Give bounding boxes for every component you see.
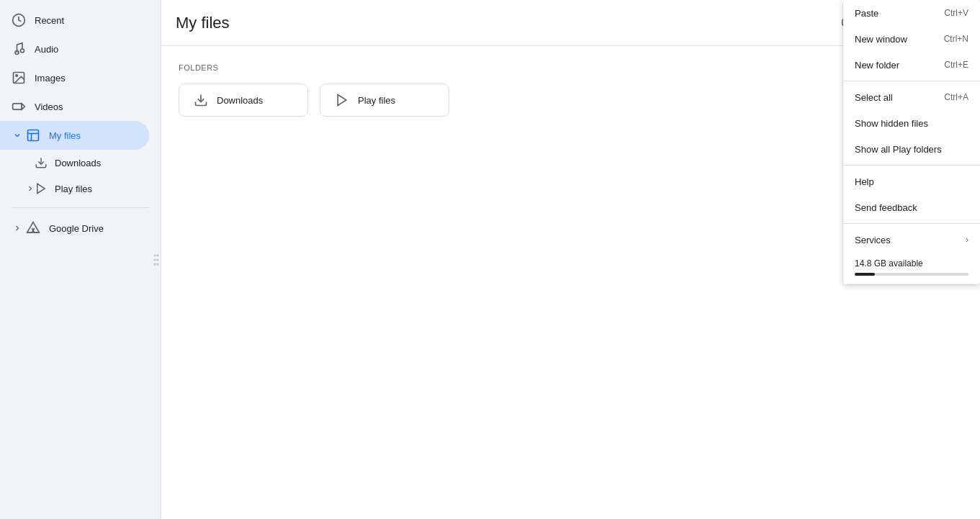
menu-item-send-feedback[interactable]: Send feedback [843, 194, 980, 220]
svg-marker-19 [338, 95, 346, 106]
page-title: My files [176, 14, 833, 32]
video-icon [12, 99, 26, 114]
sidebar-item-google-drive-label: Google Drive [49, 223, 104, 234]
sidebar: Recent Audio Images [0, 0, 161, 519]
drag-handle[interactable] [153, 245, 160, 274]
svg-rect-5 [13, 104, 22, 109]
image-icon [12, 71, 26, 85]
sidebar-item-videos-label: Videos [35, 101, 63, 112]
svg-point-4 [16, 75, 17, 77]
folder-card-play-files[interactable]: Play files [320, 84, 449, 117]
app-container: — ❐ ✕ Recent Audio [0, 0, 980, 519]
download-icon [35, 156, 48, 169]
sidebar-item-play-files-label: Play files [55, 184, 92, 194]
clock-icon [12, 13, 26, 27]
menu-item-show-hidden[interactable]: Show hidden files [843, 110, 980, 136]
svg-point-20 [154, 254, 156, 256]
context-menu: Paste Ctrl+V New window Ctrl+N New folde… [843, 0, 980, 284]
folder-card-downloads[interactable]: Downloads [179, 84, 308, 117]
chevron-down-icon [12, 130, 23, 141]
menu-select-all-label: Select all [855, 92, 893, 103]
sidebar-item-play-files[interactable]: Play files [0, 176, 149, 202]
services-arrow-icon: › [966, 235, 968, 245]
svg-point-22 [154, 258, 156, 261]
sidebar-item-audio[interactable]: Audio [0, 35, 149, 63]
sidebar-item-recent-label: Recent [35, 15, 64, 26]
svg-point-2 [21, 49, 24, 53]
play-files-icon [35, 182, 48, 195]
chevron-right-google-drive-icon [12, 222, 23, 234]
menu-separator-1 [843, 81, 980, 81]
sidebar-item-my-files-label: My files [49, 130, 81, 141]
menu-separator-2 [843, 165, 980, 166]
folder-card-downloads-label: Downloads [217, 95, 263, 106]
svg-marker-6 [22, 104, 24, 109]
sidebar-item-downloads-label: Downloads [55, 158, 101, 168]
svg-point-23 [157, 258, 159, 261]
menu-help-label: Help [855, 176, 874, 187]
menu-item-show-play-folders[interactable]: Show all Play folders [843, 136, 980, 162]
sidebar-item-google-drive[interactable]: Google Drive [0, 214, 149, 243]
sidebar-item-images[interactable]: Images [0, 63, 149, 92]
google-drive-icon [26, 221, 40, 235]
sidebar-item-videos[interactable]: Videos [0, 92, 149, 121]
chevron-right-icon [26, 184, 35, 193]
menu-show-hidden-label: Show hidden files [855, 118, 928, 129]
menu-select-all-shortcut: Ctrl+A [944, 92, 968, 102]
folder-card-play-files-label: Play files [358, 95, 395, 106]
audio-icon [12, 42, 26, 56]
sidebar-divider [12, 207, 149, 208]
download-folder-icon [194, 93, 208, 107]
sidebar-item-downloads[interactable]: Downloads [0, 150, 149, 176]
menu-item-new-window[interactable]: New window Ctrl+N [843, 26, 980, 52]
menu-new-window-shortcut: Ctrl+N [944, 34, 968, 44]
menu-services-label: Services [855, 235, 891, 245]
my-files-icon [26, 128, 40, 143]
svg-point-25 [157, 263, 159, 265]
menu-item-services[interactable]: Services › [843, 227, 980, 253]
storage-bar-background [855, 273, 968, 276]
play-folder-icon [335, 93, 349, 107]
menu-item-help[interactable]: Help [843, 168, 980, 194]
menu-new-window-label: New window [855, 34, 907, 45]
svg-point-24 [154, 263, 156, 265]
sidebar-item-audio-label: Audio [35, 44, 58, 55]
menu-item-new-folder[interactable]: New folder Ctrl+E [843, 52, 980, 78]
menu-new-folder-shortcut: Ctrl+E [944, 60, 968, 70]
menu-send-feedback-label: Send feedback [855, 202, 917, 213]
sidebar-item-recent[interactable]: Recent [0, 6, 149, 35]
sidebar-item-my-files[interactable]: My files [0, 121, 149, 150]
storage-bar-fill [855, 273, 875, 276]
storage-section: 14.8 GB available [843, 253, 980, 284]
menu-paste-shortcut: Ctrl+V [944, 8, 968, 18]
svg-rect-7 [28, 130, 39, 141]
storage-text: 14.8 GB available [855, 258, 968, 268]
menu-item-paste[interactable]: Paste Ctrl+V [843, 0, 980, 26]
svg-point-21 [157, 254, 159, 256]
menu-show-play-folders-label: Show all Play folders [855, 144, 942, 155]
menu-item-select-all[interactable]: Select all Ctrl+A [843, 84, 980, 110]
menu-separator-3 [843, 223, 980, 224]
menu-paste-label: Paste [855, 8, 878, 19]
menu-new-folder-label: New folder [855, 60, 899, 71]
svg-marker-9 [37, 184, 45, 194]
sidebar-item-images-label: Images [35, 73, 66, 84]
